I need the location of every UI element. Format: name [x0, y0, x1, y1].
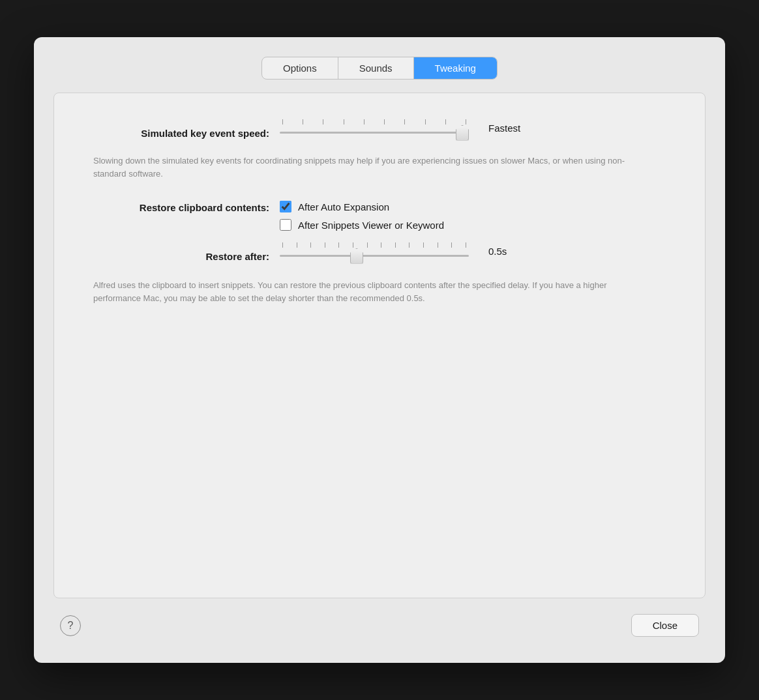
key-speed-slider-section: Fastest [280, 119, 520, 136]
tick [282, 119, 283, 124]
tick [425, 119, 426, 124]
key-speed-slider[interactable] [280, 132, 469, 134]
tick [384, 119, 385, 124]
tick [325, 242, 325, 248]
tick [310, 242, 311, 248]
tick [353, 242, 353, 248]
tick [282, 242, 283, 248]
bottom-bar: ? Close [53, 614, 706, 637]
key-speed-value: Fastest [488, 123, 520, 134]
checkbox-auto-expansion[interactable] [280, 201, 291, 212]
restore-after-label: Restore after: [87, 251, 269, 262]
tick [445, 119, 446, 124]
tick [344, 119, 344, 124]
key-speed-row: Simulated key event speed: [87, 119, 672, 147]
restore-after-slider[interactable] [280, 255, 469, 257]
checkbox-auto-label[interactable]: After Auto Expansion [298, 201, 389, 212]
restore-clipboard-label: Restore clipboard contents: [87, 201, 269, 213]
tab-sounds[interactable]: Sounds [338, 57, 414, 79]
tick [423, 242, 424, 248]
key-speed-description: Slowing down the simulated key events fo… [87, 154, 647, 180]
tick [381, 242, 381, 248]
tab-bar: Options Sounds Tweaking [53, 57, 706, 80]
restore-after-slider-wrapper [280, 242, 469, 259]
restore-after-ticks [280, 242, 469, 248]
tick [303, 119, 303, 124]
checkbox-snippets-label[interactable]: After Snippets Viewer or Keyword [298, 220, 444, 231]
help-button[interactable]: ? [60, 615, 81, 636]
tab-options[interactable]: Options [262, 57, 338, 79]
checkbox-snippets-viewer[interactable] [280, 219, 291, 231]
tab-tweaking[interactable]: Tweaking [414, 57, 497, 79]
restore-after-slider-section: 0.5s [280, 242, 507, 259]
tick [409, 242, 409, 248]
tick [466, 242, 466, 248]
restore-after-row: Restore after: [87, 242, 672, 270]
close-button[interactable]: Close [631, 614, 699, 637]
tab-group: Options Sounds Tweaking [261, 57, 498, 80]
main-window: Options Sounds Tweaking Simulated key ev… [34, 37, 725, 663]
key-speed-ticks [280, 119, 469, 124]
tick [364, 119, 365, 124]
tick [466, 119, 466, 124]
checkbox-row-auto: After Auto Expansion [280, 201, 444, 212]
key-speed-label: Simulated key event speed: [87, 128, 269, 139]
tick [404, 119, 405, 124]
checkbox-row-snippets: After Snippets Viewer or Keyword [280, 219, 444, 231]
restore-clipboard-options: After Auto Expansion After Snippets View… [280, 201, 444, 231]
restore-description: Alfred uses the clipboard to insert snip… [87, 279, 647, 304]
content-area: Simulated key event speed: [53, 93, 706, 598]
tick [438, 242, 438, 248]
tick [367, 242, 368, 248]
restore-after-value: 0.5s [488, 246, 507, 257]
restore-clipboard-row: Restore clipboard contents: After Auto E… [87, 201, 672, 231]
tick [451, 242, 452, 248]
key-speed-slider-wrapper [280, 119, 469, 136]
tick [297, 242, 297, 248]
tick [323, 119, 323, 124]
tick [338, 242, 339, 248]
tick [395, 242, 396, 248]
